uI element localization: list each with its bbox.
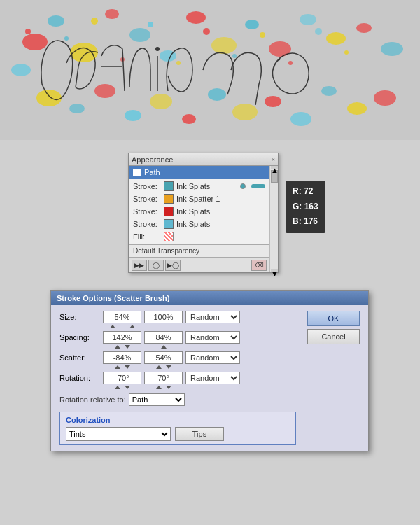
svg-point-28: [25, 29, 31, 34]
rotation-label: Rotation:: [59, 374, 100, 382]
svg-point-3: [105, 9, 119, 19]
svg-point-37: [288, 61, 293, 65]
rotation-arrows: [103, 386, 296, 389]
svg-point-32: [148, 22, 153, 27]
rot-up2[interactable]: [156, 386, 162, 389]
path-label: Path: [144, 168, 160, 176]
path-rect-icon: [133, 169, 141, 176]
scrollbar-up[interactable]: ▲: [271, 166, 278, 169]
rotation-method-select[interactable]: Random Fixed: [186, 372, 240, 384]
ok-button[interactable]: OK: [307, 311, 360, 326]
appearance-toolbar: ▶▶ ◯ ▶◯ ⌫: [129, 257, 270, 272]
scatter-max-input[interactable]: [144, 351, 183, 364]
stroke-color-3[interactable]: [164, 206, 174, 216]
stroke-row-2[interactable]: Stroke: Ink Spatter 1: [129, 192, 270, 205]
stroke-row-4[interactable]: Stroke: Ink Splats: [129, 218, 270, 230]
tooltip-g: G: 163: [293, 200, 318, 215]
svg-point-24: [290, 112, 312, 126]
path-row[interactable]: Path: [129, 166, 270, 178]
appearance-title: Appearance: [132, 155, 173, 164]
svg-point-14: [11, 64, 31, 76]
tips-button[interactable]: Tips: [175, 427, 224, 441]
spacing-label: Spacing:: [59, 333, 100, 342]
svg-point-27: [374, 90, 396, 106]
size-min-input[interactable]: [103, 311, 141, 323]
stroke-color-1[interactable]: [164, 181, 174, 191]
colorization-select[interactable]: Tints None Tints and Shades Hue Shift: [66, 427, 171, 441]
default-transparency: Default Transparency: [129, 244, 270, 257]
toolbar-btn-2[interactable]: ◯: [148, 260, 164, 271]
colorization-row: Tints None Tints and Shades Hue Shift Ti…: [66, 427, 290, 441]
svg-point-20: [182, 114, 196, 124]
svg-point-33: [176, 61, 181, 65]
rot-up1[interactable]: [115, 386, 120, 389]
svg-point-18: [125, 110, 141, 121]
rotation-max-input[interactable]: [144, 372, 183, 384]
size-method-select[interactable]: Random Fixed Pressure: [186, 311, 240, 323]
colorization-group: Colorization Tints None Tints and Shades…: [59, 412, 296, 445]
cancel-button[interactable]: Cancel: [307, 329, 360, 344]
svg-point-13: [381, 42, 403, 56]
relative-select[interactable]: Path Page: [129, 393, 185, 406]
svg-point-36: [260, 32, 265, 38]
appearance-content: Stroke: Ink Splats Stroke: Ink Spatter 1…: [129, 178, 270, 244]
relative-label: Rotation relative to:: [59, 396, 126, 404]
svg-point-4: [130, 28, 150, 42]
stroke-color-4[interactable]: [164, 219, 174, 229]
sp-down1[interactable]: [125, 345, 130, 349]
size-row: Size: Random Fixed Pressure: [59, 311, 296, 323]
stroke-options-dialog: Stroke Options (Scatter Brush) Size: Ran…: [50, 290, 369, 451]
stroke-name-4: Ink Splats: [176, 220, 265, 228]
rot-down1[interactable]: [125, 386, 130, 389]
stroke-color-2[interactable]: [164, 194, 174, 204]
rotation-min-input[interactable]: [103, 372, 141, 384]
scatter-min-input[interactable]: [103, 351, 141, 364]
size-min-up[interactable]: [110, 325, 115, 328]
svg-point-11: [326, 32, 346, 45]
scatter-arrows: [103, 365, 296, 369]
sc-up1[interactable]: [115, 365, 120, 369]
appearance-titlebar: Appearance ×: [129, 153, 278, 166]
svg-point-35: [232, 54, 237, 58]
stroke-dot-1: [240, 183, 246, 189]
spacing-row: Spacing: Random Fixed: [59, 331, 296, 344]
size-min-up2[interactable]: [130, 325, 135, 328]
svg-point-16: [69, 104, 85, 113]
svg-point-38: [315, 28, 322, 35]
toolbar-btn-delete[interactable]: ⌫: [251, 260, 267, 271]
svg-point-26: [347, 102, 367, 115]
spacing-max-input[interactable]: [144, 331, 183, 344]
stroke-row-3[interactable]: Stroke: Ink Splats: [129, 205, 270, 218]
size-max-input[interactable]: [144, 311, 183, 323]
fill-row[interactable]: Fill:: [129, 230, 270, 243]
stroke-name-2: Ink Spatter 1: [176, 195, 265, 203]
canvas-area: [0, 0, 420, 140]
sc-up2[interactable]: [156, 365, 162, 369]
dialog-title: Stroke Options (Scatter Brush): [57, 294, 169, 302]
color-tooltip: R: 72 G: 163 B: 176: [286, 181, 326, 233]
sc-down1[interactable]: [125, 365, 130, 369]
relative-row: Rotation relative to: Path Page: [59, 393, 296, 406]
stroke-label-2: Stroke:: [133, 195, 161, 203]
svg-point-8: [245, 20, 259, 29]
svg-point-39: [344, 50, 349, 55]
sc-down2[interactable]: [166, 365, 172, 369]
rot-down2[interactable]: [166, 386, 172, 389]
toolbar-btn-3[interactable]: ▶◯: [165, 260, 181, 271]
sp-up2[interactable]: [161, 345, 167, 349]
svg-point-6: [186, 11, 206, 24]
stroke-name-1: Ink Splats: [176, 182, 237, 190]
panel-scrollbar[interactable]: ▲ ▼: [270, 166, 278, 272]
scatter-method-select[interactable]: Random Fixed: [186, 351, 240, 364]
spacing-min-input[interactable]: [103, 331, 141, 344]
stroke-row-1[interactable]: Stroke: Ink Splats: [129, 180, 270, 192]
toolbar-btn-1[interactable]: ▶▶: [132, 260, 147, 271]
sp-up1[interactable]: [115, 345, 120, 349]
svg-point-29: [64, 36, 69, 41]
appearance-close-icon[interactable]: ×: [272, 156, 275, 163]
svg-point-30: [91, 18, 98, 24]
svg-point-7: [211, 37, 237, 54]
fill-swatch[interactable]: [164, 232, 174, 241]
spacing-method-select[interactable]: Random Fixed: [186, 331, 240, 344]
scrollbar-down[interactable]: ▼: [271, 269, 278, 272]
